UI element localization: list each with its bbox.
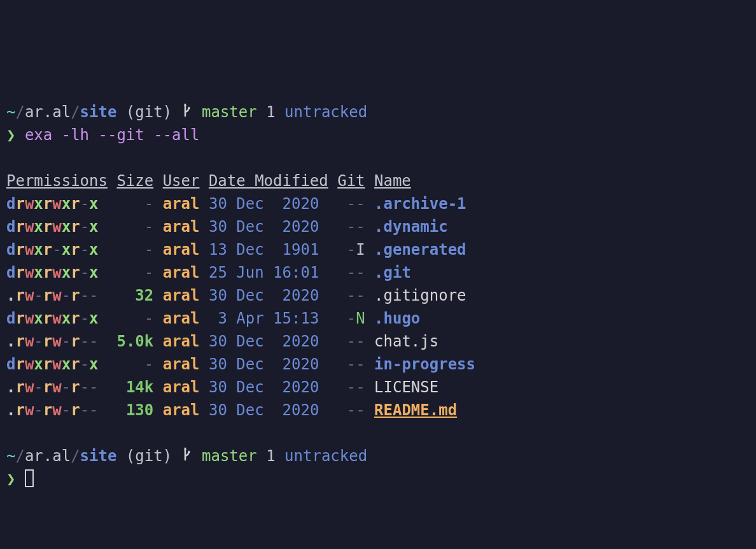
col-permissions: Permissions: [6, 172, 108, 190]
list-row: drwxrwxr-x - aral 3 Apr 15:13 -N .hugo: [6, 307, 750, 330]
list-row: .rw-rw-r-- 5.0k aral 30 Dec 2020 -- chat…: [6, 330, 750, 353]
col-user: User: [163, 172, 200, 190]
col-date-modified: Date Modified: [209, 172, 328, 190]
col-git: Git: [337, 172, 365, 190]
prompt-symbol: ❯: [6, 126, 15, 144]
cell-size: 5.0k: [116, 332, 153, 350]
cell-date: 30 Dec 2020: [209, 287, 328, 304]
prompt-git-label: (git): [126, 103, 172, 121]
cell-date: 30 Dec 2020: [209, 332, 328, 350]
cell-user: aral: [163, 401, 200, 419]
list-row: .rw-rw-r-- 130 aral 30 Dec 2020 -- READM…: [6, 399, 750, 422]
cell-size: -: [116, 218, 153, 236]
prompt-line-1: ~/ar.al/site (git) master 1 untracked: [6, 101, 750, 124]
prompt-status-text: untracked: [284, 103, 367, 121]
terminal-cursor: [25, 469, 34, 487]
prompt-sep: /: [15, 103, 24, 121]
prompt-line-2: ~/ar.al/site (git) master 1 untracked: [6, 445, 750, 467]
cell-git: --: [347, 401, 365, 419]
cell-date: 30 Dec 2020: [209, 218, 328, 236]
prompt-git-label: (git): [126, 447, 172, 465]
cell-git: --: [347, 287, 365, 304]
cell-user: aral: [163, 332, 200, 350]
prompt-host: ar.al: [25, 103, 71, 121]
git-branch-icon: [181, 446, 193, 462]
cell-size: 14k: [116, 378, 153, 396]
git-branch-icon: [181, 102, 193, 118]
prompt-tilde: ~: [6, 103, 15, 121]
prompt-host: ar.al: [25, 447, 71, 465]
prompt-branch: master: [202, 103, 257, 121]
prompt-sep: /: [71, 103, 80, 121]
cell-git: --: [347, 264, 365, 282]
cell-size: -: [116, 355, 153, 373]
cell-size: -: [116, 241, 153, 259]
cell-permissions: .rw-rw-r--: [6, 332, 99, 350]
prompt-sep: /: [71, 447, 80, 465]
cell-name: LICENSE: [374, 378, 438, 396]
cell-user: aral: [163, 310, 200, 327]
prompt-symbol: ❯: [6, 470, 15, 488]
cell-git: --: [347, 378, 365, 396]
cell-name: .hugo: [374, 310, 420, 327]
cell-git: -I: [347, 241, 365, 259]
cell-permissions: drwxrwxr-x: [6, 264, 99, 282]
list-row: drwxrwxr-x - aral 25 Jun 16:01 -- .git: [6, 261, 750, 284]
cell-name: .gitignore: [374, 287, 466, 304]
list-row: drwxrwxr-x - aral 30 Dec 2020 -- .archiv…: [6, 192, 750, 215]
list-row: .rw-rw-r-- 14k aral 30 Dec 2020 -- LICEN…: [6, 376, 750, 399]
prompt-tilde: ~: [6, 447, 15, 465]
prompt-branch: master: [202, 447, 257, 465]
cell-date: 25 Jun 16:01: [209, 264, 328, 282]
cell-name: .archive-1: [374, 195, 466, 213]
col-size: Size: [116, 172, 153, 190]
cell-git: -N: [347, 310, 365, 327]
cell-user: aral: [163, 378, 200, 396]
cell-git: --: [347, 332, 365, 350]
cell-size: -: [116, 264, 153, 282]
cell-size: -: [116, 310, 153, 327]
prompt-status-count: 1: [266, 447, 275, 465]
cell-date: 30 Dec 2020: [209, 355, 328, 373]
cell-user: aral: [163, 195, 200, 213]
list-row: .rw-rw-r-- 32 aral 30 Dec 2020 -- .gitig…: [6, 284, 750, 307]
cell-date: 30 Dec 2020: [209, 195, 328, 213]
cell-name: chat.js: [374, 332, 438, 350]
cell-user: aral: [163, 241, 200, 259]
cell-git: --: [347, 218, 365, 236]
cell-name: .dynamic: [374, 218, 448, 236]
cell-git: --: [347, 195, 365, 213]
cell-permissions: drwxrwxr-x: [6, 310, 99, 327]
cell-date: 13 Dec 1901: [209, 241, 328, 259]
typed-command: exa -lh --git --all: [25, 126, 200, 144]
cell-name: in-progress: [374, 355, 475, 373]
list-row: drwxrwxr-x - aral 30 Dec 2020 -- in-prog…: [6, 353, 750, 376]
cell-permissions: drwxrwxr-x: [6, 195, 99, 213]
prompt-cwd: site: [80, 103, 117, 121]
cell-name: .git: [374, 264, 411, 282]
cell-permissions: .rw-rw-r--: [6, 287, 99, 304]
cell-date: 30 Dec 2020: [209, 378, 328, 396]
input-line[interactable]: ❯: [6, 467, 750, 490]
listing-header-row: Permissions Size User Date Modified Git …: [6, 169, 750, 192]
prompt-sep: /: [15, 447, 24, 465]
prompt-status-text: untracked: [284, 447, 367, 465]
listing-body: drwxrwxr-x - aral 30 Dec 2020 -- .archiv…: [6, 192, 750, 422]
cell-user: aral: [163, 287, 200, 304]
cell-user: aral: [163, 264, 200, 282]
cell-permissions: drwxrwxr-x: [6, 355, 99, 373]
cell-name: README.md: [374, 401, 457, 419]
cell-user: aral: [163, 355, 200, 373]
cell-size: 32: [116, 287, 153, 304]
cell-permissions: .rw-rw-r--: [6, 378, 99, 396]
prompt-cwd: site: [80, 447, 117, 465]
cell-size: 130: [116, 401, 153, 419]
cell-permissions: drwxr-xr-x: [6, 241, 99, 259]
terminal-output[interactable]: ~/ar.al/site (git) master 1 untracked❯ e…: [6, 101, 750, 490]
cell-git: --: [347, 355, 365, 373]
col-name: Name: [374, 172, 411, 190]
list-row: drwxr-xr-x - aral 13 Dec 1901 -I .genera…: [6, 238, 750, 261]
cell-name: .generated: [374, 241, 466, 259]
cell-permissions: drwxrwxr-x: [6, 218, 99, 236]
cell-date: 30 Dec 2020: [209, 401, 328, 419]
